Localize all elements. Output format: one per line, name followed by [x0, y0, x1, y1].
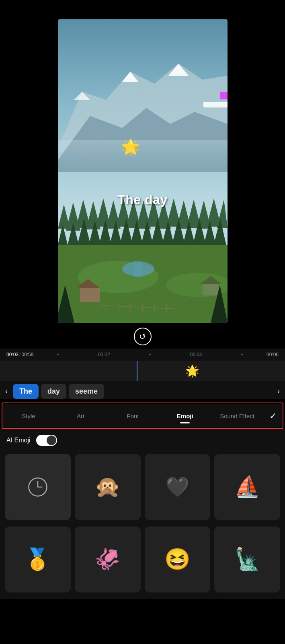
emoji-cell-dark[interactable]: 🖤 — [145, 454, 211, 520]
controls-area: ↺ — [0, 323, 285, 349]
emoji-cell-clock[interactable] — [5, 454, 71, 520]
emoji-cell-medal[interactable]: 🥇 — [5, 526, 71, 592]
svg-rect-6 — [58, 140, 228, 172]
timeline-area: 00:03 / 00:59 00:02 00:04 00:06 🌟 ‹ The … — [0, 349, 285, 399]
timeline-timestamps: 00:03 / 00:59 00:02 00:04 00:06 — [0, 352, 285, 357]
emoji-grid-row2: 🥇 🦑 😆 🗽 — [0, 526, 285, 599]
current-time: 00:03 — [6, 352, 18, 357]
emoji-grid-row1: 🙊 🖤 ⛵ — [0, 451, 285, 526]
clock-icon — [27, 477, 48, 497]
emoji-cell-boat[interactable]: ⛵ — [214, 454, 280, 520]
tab-font[interactable]: Font — [107, 409, 159, 423]
tab-bar-wrapper: Style Art Font Emoji Sound Effect ✓ — [2, 402, 283, 429]
ai-emoji-section: AI Emoji — [0, 429, 285, 451]
emoji-cell-monkey[interactable]: 🙊 — [75, 454, 141, 520]
sun-track-emoji: 🌟 — [185, 364, 199, 378]
video-overlay-text: The day — [117, 192, 167, 207]
replay-button[interactable]: ↺ — [134, 328, 152, 345]
monkey-emoji: 🙊 — [94, 475, 121, 499]
emoji-cell-laugh[interactable]: 😆 — [145, 526, 211, 592]
emoji-cell-squid[interactable]: 🦑 — [75, 526, 141, 592]
dot-1 — [57, 354, 59, 355]
tab-art[interactable]: Art — [55, 409, 107, 423]
chips-next-button[interactable]: › — [272, 383, 285, 399]
svg-rect-44 — [134, 261, 142, 277]
emoji-cell-statue[interactable]: 🗽 — [214, 526, 280, 592]
timeline-marker-1: 00:02 — [98, 352, 110, 357]
timeline-marker-2: 00:04 — [190, 352, 202, 357]
video-container: 🌟 The day — [0, 19, 285, 323]
ai-emoji-row: AI Emoji — [6, 435, 279, 446]
svg-rect-47 — [203, 284, 219, 295]
squid-emoji: 🦑 — [94, 547, 121, 572]
svg-rect-45 — [80, 288, 100, 302]
checkmark-button[interactable]: ✓ — [263, 407, 283, 426]
chips-prev-button[interactable]: ‹ — [0, 383, 13, 399]
playhead — [137, 361, 137, 381]
corner-elements — [203, 92, 228, 107]
ai-emoji-toggle[interactable] — [36, 435, 57, 446]
boat-emoji: ⛵ — [234, 475, 260, 499]
statue-emoji: 🗽 — [234, 547, 260, 572]
pink-square — [220, 92, 228, 99]
tab-style[interactable]: Style — [2, 409, 55, 423]
laugh-emoji: 😆 — [164, 547, 191, 572]
timeline-track[interactable]: 🌟 — [0, 361, 285, 381]
tab-bar: Style Art Font Emoji Sound Effect ✓ — [2, 404, 283, 427]
chips-scroll: The day seeme — [13, 384, 272, 399]
replay-icon: ↺ — [139, 332, 146, 341]
tab-emoji[interactable]: Emoji — [159, 409, 211, 423]
sun-overlay-emoji: 🌟 — [121, 138, 140, 156]
dark-emoji: 🖤 — [165, 476, 189, 498]
word-chip-day[interactable]: day — [41, 384, 66, 399]
word-chip-the[interactable]: The — [13, 384, 39, 399]
far-time: 00:06 — [267, 352, 279, 357]
word-chips-area: ‹ The day seeme › — [0, 381, 285, 399]
tab-sound-effect[interactable]: Sound Effect — [211, 409, 263, 423]
video-background — [58, 19, 228, 323]
dot-2 — [149, 354, 151, 355]
white-bar — [203, 102, 228, 107]
video-frame: 🌟 The day — [58, 19, 228, 323]
time-divider: / — [19, 352, 21, 357]
total-time: 00:59 — [21, 352, 33, 357]
dot-3 — [241, 354, 243, 355]
ai-emoji-label: AI Emoji — [6, 437, 31, 444]
toggle-knob — [47, 436, 56, 445]
top-bar — [0, 0, 285, 19]
timeline-dots: 00:02 00:04 — [33, 352, 267, 357]
medal-emoji: 🥇 — [25, 547, 51, 572]
word-chip-seeme[interactable]: seeme — [69, 384, 104, 399]
